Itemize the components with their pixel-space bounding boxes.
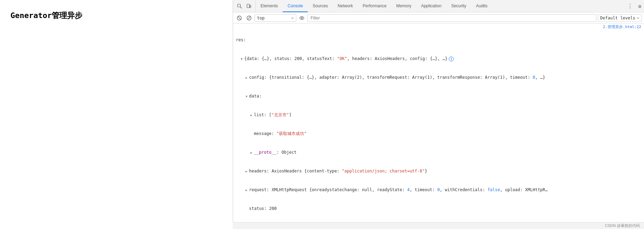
tab-memory[interactable]: Memory — [391, 0, 416, 12]
credit-text: CSDN @暴怒的代码 — [605, 223, 640, 228]
info-badge[interactable]: i — [449, 57, 454, 61]
tab-security[interactable]: Security — [446, 0, 471, 12]
svg-line-7 — [248, 17, 250, 19]
expand-icon[interactable] — [250, 112, 254, 118]
tab-elements[interactable]: Elements — [256, 0, 283, 12]
context-value: top — [257, 16, 290, 20]
settings-icon[interactable]: ⚙ — [636, 3, 644, 9]
expand-icon[interactable] — [250, 149, 254, 155]
main-content: Generator管理异步 — [0, 0, 233, 229]
levels-value: Default levels — [600, 16, 635, 20]
tab-network[interactable]: Network — [333, 0, 358, 12]
svg-rect-2 — [247, 4, 249, 8]
expand-icon[interactable] — [246, 168, 249, 174]
filter-input[interactable] — [307, 14, 596, 22]
log-line: message: "获取城市成功" — [236, 130, 599, 137]
tab-audits[interactable]: Audits — [471, 0, 492, 12]
expand-icon[interactable] — [246, 74, 249, 80]
devtools-tabs: Elements Console Sources Network Perform… — [256, 0, 625, 12]
more-tabs-icon[interactable]: ⋮ — [625, 3, 636, 9]
expand-icon[interactable] — [246, 93, 249, 99]
expand-icon[interactable] — [246, 187, 249, 193]
log-line: __proto__: Object — [236, 149, 599, 155]
toolbar-icon-group — [233, 0, 256, 12]
console-output: res: {data: {…}, status: 200, statusText… — [233, 24, 644, 229]
svg-rect-0 — [238, 4, 240, 7]
log-line: request: XMLHttpRequest {onreadystatecha… — [236, 187, 599, 193]
log-line: list: ["北京市"] — [236, 112, 599, 118]
eye-icon[interactable] — [298, 14, 306, 22]
log-line: data: — [236, 93, 599, 99]
svg-line-5 — [238, 17, 241, 19]
expand-icon[interactable] — [241, 56, 244, 62]
tab-console[interactable]: Console — [283, 0, 308, 12]
inspect-element-icon[interactable] — [236, 2, 244, 10]
log-source-link[interactable]: 2.管理异步.html:22 — [602, 24, 644, 30]
page-title: Generator管理异步 — [10, 10, 222, 21]
log-body: res: {data: {…}, status: 200, statusText… — [233, 24, 602, 229]
log-line: status: 200 — [236, 205, 599, 212]
tab-sources[interactable]: Sources — [308, 0, 333, 12]
bottom-bar: CSDN @暴怒的代码 — [233, 222, 644, 229]
svg-point-9 — [301, 17, 303, 19]
devtools-tab-bar: Elements Console Sources Network Perform… — [233, 0, 644, 12]
block-icon[interactable] — [245, 14, 253, 22]
tab-application[interactable]: Application — [416, 0, 446, 12]
clear-console-icon[interactable] — [235, 14, 243, 22]
svg-rect-3 — [250, 5, 251, 8]
svg-line-1 — [240, 7, 242, 8]
log-line: res: — [236, 37, 599, 43]
device-toggle-icon[interactable] — [245, 2, 253, 10]
log-line: headers: AxiosHeaders {content-type: "ap… — [236, 168, 599, 174]
context-selector[interactable]: top — [255, 14, 296, 22]
levels-selector[interactable]: Default levels — [598, 14, 642, 22]
devtools-panel: Elements Console Sources Network Perform… — [233, 0, 644, 229]
log-entry: res: {data: {…}, status: 200, statusText… — [233, 24, 644, 229]
log-line: config: {transitional: {…}, adapter: Arr… — [236, 74, 599, 80]
tab-performance[interactable]: Performance — [358, 0, 391, 12]
log-line: {data: {…}, status: 200, statusText: "OK… — [236, 56, 599, 62]
console-toolbar: top Default levels — [233, 12, 644, 24]
